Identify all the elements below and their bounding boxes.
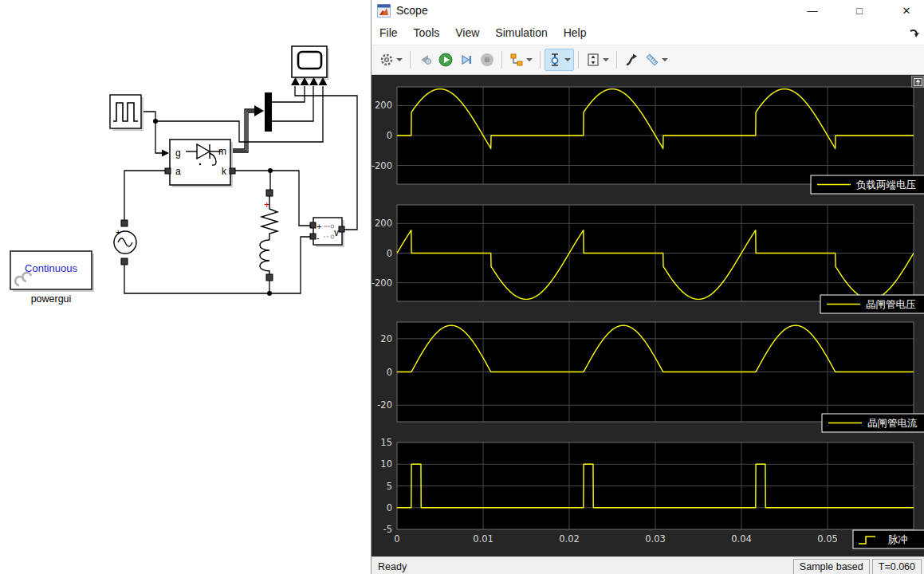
menu-file[interactable]: File <box>372 23 406 42</box>
legend-load-voltage[interactable]: 负载两端电压 <box>811 175 924 194</box>
run-button[interactable] <box>435 49 456 71</box>
settings-caret-icon <box>396 58 403 61</box>
menubar-overflow-icon[interactable] <box>910 27 920 41</box>
x-tick-label: 0.04 <box>731 533 752 545</box>
scope-block[interactable] <box>291 46 329 85</box>
step-backward-button[interactable] <box>415 49 435 71</box>
status-sim-time: T=0.060 <box>872 559 922 574</box>
screen: g m a k <box>0 0 924 574</box>
x-tick-label: 0.01 <box>473 533 493 545</box>
cursor-measurements-caret-icon <box>564 58 571 61</box>
electrical-wires[interactable] <box>124 171 311 293</box>
y-tick-label: 5 <box>387 481 392 492</box>
plot-area-load-voltage[interactable]: 2000-200 <box>372 87 914 184</box>
y-axis-scaling-button[interactable] <box>583 49 612 71</box>
y-axis-scaling-caret-icon <box>603 58 609 61</box>
y-tick-label: 15 <box>380 437 392 448</box>
vm-plus-label: + <box>317 222 321 231</box>
trigger-button[interactable] <box>621 49 642 71</box>
inductor-icon <box>260 240 269 275</box>
scope-plot-canvas[interactable]: 2000-200负载两端电压2000-200晶闸管电压200-20晶闸管电流15… <box>372 75 924 556</box>
y-tick-label: 200 <box>375 218 392 229</box>
legend-label: 负载两端电压 <box>856 179 917 191</box>
powergui-block[interactable]: Continuous powergui <box>10 251 94 305</box>
thyristor-block[interactable]: g m a k <box>165 140 235 187</box>
matlab-scope-icon <box>377 4 391 18</box>
vm-minus-label: - <box>317 233 320 242</box>
y-tick-label: 10 <box>380 458 392 470</box>
stop-button[interactable] <box>477 49 497 71</box>
plot-area-thyristor-current[interactable]: 200-20 <box>377 322 914 422</box>
y-tick-label: 20 <box>380 333 392 344</box>
x-tick-label: 0 <box>394 533 399 545</box>
y-tick-label: -5 <box>383 524 392 535</box>
powergui-name-label: powergui <box>31 293 72 305</box>
pulse-generator-block[interactable] <box>110 95 144 131</box>
menu-tools[interactable]: Tools <box>406 23 448 42</box>
source-plus-label: + <box>116 227 120 237</box>
status-sample-mode: Sample based <box>793 559 870 574</box>
scope-screen-icon <box>298 52 321 69</box>
y-tick-label: 0 <box>387 367 392 378</box>
expand-up-icon <box>914 78 922 86</box>
plot-area-thyristor-voltage[interactable]: 2000-200 <box>372 205 914 301</box>
scope-display-area: 2000-200负载两端电压2000-200晶闸管电压200-20晶闸管电流15… <box>372 75 924 556</box>
toolbar <box>372 45 924 75</box>
thyristor-port-label-g: g <box>175 147 181 159</box>
step-forward-button[interactable] <box>456 49 477 71</box>
thyristor-port-label-k: k <box>222 166 227 177</box>
ac-voltage-source-block[interactable]: + <box>114 220 136 265</box>
series-rl-branch-block[interactable]: + <box>260 190 277 281</box>
settings-gear-button[interactable] <box>376 49 406 71</box>
canvas-corner-button[interactable] <box>911 76 924 88</box>
status-ready-text: Ready <box>372 561 793 572</box>
menu-view[interactable]: View <box>447 23 487 42</box>
x-tick-label: 0.03 <box>645 533 666 545</box>
y-tick-label: -20 <box>377 399 392 411</box>
demux-block[interactable] <box>265 92 272 132</box>
legend-thyristor-voltage[interactable]: 晶闸管电压 <box>820 295 924 313</box>
layout-signals-caret-icon <box>526 58 533 61</box>
y-tick-label: 200 <box>375 100 392 111</box>
x-tick-label: 0.02 <box>559 533 580 545</box>
x-tick-label: 0.05 <box>817 533 838 545</box>
legend-gate-pulse[interactable]: 脉冲 <box>853 530 924 548</box>
y-tick-label: 0 <box>387 502 392 513</box>
menu-simulation[interactable]: Simulation <box>487 23 555 42</box>
layout-signals-button[interactable] <box>506 49 536 71</box>
window-title: Scope <box>396 4 428 17</box>
voltage-measurement-block[interactable]: + - v <box>310 218 344 247</box>
legend-thyristor-current[interactable]: 晶闸管电流 <box>822 414 924 432</box>
y-tick-label: 0 <box>387 248 392 259</box>
maximize-button[interactable]: □ <box>853 5 866 17</box>
title-bar[interactable]: Scope — □ ✕ <box>372 0 924 21</box>
menu-bar: File Tools View Simulation Help <box>372 21 924 45</box>
plot-area-gate-pulse[interactable]: 151050-500.010.020.030.040.05 <box>380 437 914 545</box>
legend-label: 晶闸管电流 <box>867 417 918 429</box>
measurements-ruler-caret-icon <box>662 58 668 61</box>
measurements-ruler-button[interactable] <box>642 49 671 71</box>
model-diagram: g m a k <box>0 0 371 574</box>
y-tick-label: 0 <box>387 130 392 141</box>
minimize-button[interactable]: — <box>806 5 819 17</box>
y-tick-label: -200 <box>372 160 392 171</box>
powergui-mode-text: Continuous <box>25 262 77 274</box>
y-tick-label: -200 <box>372 277 392 289</box>
status-bar: Ready Sample based T=0.060 <box>372 556 924 574</box>
menu-help[interactable]: Help <box>556 23 595 42</box>
thyristor-port-label-a: a <box>175 166 181 177</box>
close-button[interactable]: ✕ <box>900 5 913 17</box>
simulink-model-canvas[interactable]: g m a k <box>0 0 371 574</box>
legend-label: 脉冲 <box>888 533 908 545</box>
scope-window: Scope — □ ✕ File Tools View Simulation H… <box>371 0 924 574</box>
vm-v-label: v <box>334 227 339 238</box>
legend-label: 晶闸管电压 <box>866 298 916 310</box>
cursor-measurements-button[interactable] <box>545 49 574 71</box>
